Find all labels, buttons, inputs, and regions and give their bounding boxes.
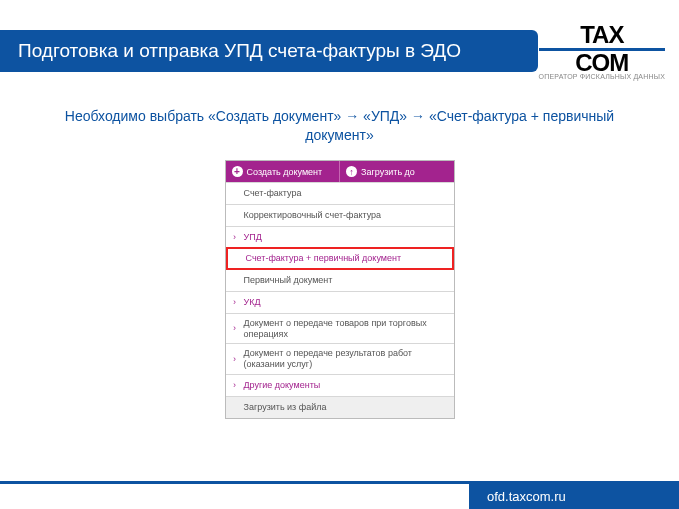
menu-item-label: Другие документы <box>244 380 448 391</box>
slide-header: Подготовка и отправка УПД счета-фактуры … <box>0 0 679 81</box>
logo-line1: TAX <box>580 21 623 48</box>
upload-document-button[interactable]: ↑ Загрузить до <box>339 161 454 182</box>
menu-item[interactable]: ›Документ о передаче товаров при торговы… <box>226 313 454 344</box>
dropdown-menu: ›Счет-фактура›Корректировочный счет-факт… <box>226 182 454 418</box>
chevron-right-icon: › <box>230 188 240 199</box>
slide-footer: ofd.taxcom.ru <box>0 481 679 509</box>
upload-document-label: Загрузить до <box>361 167 415 177</box>
footer-url-bar: ofd.taxcom.ru <box>469 484 679 509</box>
menu-item-label: УКД <box>244 297 448 308</box>
menu-item-label: УПД <box>244 232 448 243</box>
chevron-right-icon: › <box>230 323 240 334</box>
logo-line2: COM <box>575 49 628 76</box>
menu-item-label: Документ о передаче товаров при торговых… <box>244 318 448 340</box>
logo-text: TAX COM <box>539 24 665 73</box>
menu-item[interactable]: ›Корректировочный счет-фактура <box>226 204 454 226</box>
menu-item[interactable]: ›УКД <box>226 291 454 313</box>
chevron-right-icon: › <box>230 402 240 413</box>
menu-item-label: Счет-фактура + первичный документ <box>246 253 446 264</box>
chevron-right-icon: › <box>230 354 240 365</box>
instruction-text: Необходимо выбрать «Создать документ» → … <box>0 81 679 160</box>
menu-item-label: Счет-фактура <box>244 188 448 199</box>
menu-item[interactable]: ›Счет-фактура <box>226 182 454 204</box>
chevron-right-icon: › <box>230 210 240 221</box>
logo-subtitle: ОПЕРАТОР ФИСКАЛЬНЫХ ДАННЫХ <box>539 73 665 81</box>
logo: TAX COM ОПЕРАТОР ФИСКАЛЬНЫХ ДАННЫХ <box>539 18 665 81</box>
chevron-right-icon: › <box>230 297 240 308</box>
upload-icon: ↑ <box>346 166 357 177</box>
plus-icon: + <box>232 166 243 177</box>
menu-item[interactable]: ›Загрузить из файла <box>226 396 454 418</box>
menu-item-label: Загрузить из файла <box>244 402 448 413</box>
menu-item-label: Документ о передаче результатов работ (о… <box>244 348 448 370</box>
menu-item[interactable]: ›Документ о передаче результатов работ (… <box>226 343 454 374</box>
menu-item[interactable]: ›Другие документы <box>226 374 454 396</box>
chevron-right-icon: › <box>232 253 242 264</box>
menu-item[interactable]: ›Первичный документ <box>226 269 454 291</box>
chevron-right-icon: › <box>230 232 240 243</box>
app-screenshot: + Создать документ ↑ Загрузить до ›Счет-… <box>225 160 455 419</box>
menu-item-label: Корректировочный счет-фактура <box>244 210 448 221</box>
footer-url: ofd.taxcom.ru <box>487 489 566 504</box>
create-document-label: Создать документ <box>247 167 323 177</box>
create-document-button[interactable]: + Создать документ <box>226 161 340 182</box>
menu-item[interactable]: ›УПД <box>226 226 454 248</box>
menu-item[interactable]: ›Счет-фактура + первичный документ <box>226 247 454 270</box>
chevron-right-icon: › <box>230 380 240 391</box>
app-toolbar: + Создать документ ↑ Загрузить до <box>226 161 454 182</box>
menu-item-label: Первичный документ <box>244 275 448 286</box>
chevron-right-icon: › <box>230 275 240 286</box>
page-title: Подготовка и отправка УПД счета-фактуры … <box>0 30 538 72</box>
